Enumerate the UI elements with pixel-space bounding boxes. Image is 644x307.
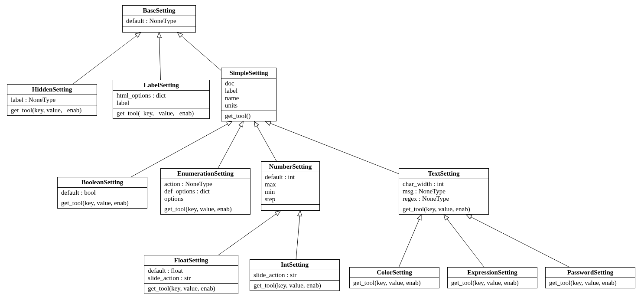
- class-methods: get_tool(key, value, enab): [546, 278, 635, 288]
- class-name: PasswordSetting: [546, 268, 635, 278]
- class-attribute: label : NoneType: [11, 96, 93, 104]
- class-methods: get_tool(_key, _value, _enab): [113, 108, 209, 118]
- class-ExpressionSetting: ExpressionSettingget_tool(key, value, en…: [447, 267, 537, 288]
- class-attribute: label: [117, 99, 206, 107]
- class-LabelSetting: LabelSettinghtml_options : dictlabelget_…: [113, 80, 210, 119]
- class-name: EnumerationSetting: [161, 169, 250, 179]
- class-method: get_tool(key, value, enab): [61, 199, 143, 207]
- class-method: get_tool(key, value, enab): [403, 206, 485, 213]
- inheritance-arrow: [466, 215, 569, 267]
- class-method: get_tool(key, value, enab): [164, 206, 247, 213]
- class-method: get_tool(key, value, _enab): [11, 107, 93, 114]
- class-attribute: default : int: [265, 173, 316, 181]
- class-attributes: default : bool: [58, 187, 147, 198]
- class-attribute: action : NoneType: [164, 180, 247, 188]
- class-BaseSetting: BaseSettingdefault : NoneType: [122, 5, 196, 33]
- class-methods: [123, 26, 195, 32]
- class-BooleanSetting: BooleanSettingdefault : boolget_tool(key…: [57, 177, 147, 209]
- class-attributes: label : NoneType: [7, 95, 97, 105]
- class-attributes: default : floatslide_action : str: [144, 265, 238, 283]
- class-attribute: def_options : dict: [164, 188, 247, 195]
- inheritance-arrow: [444, 215, 484, 267]
- class-attribute: options: [164, 195, 247, 202]
- class-ColorSetting: ColorSettingget_tool(key, value, enab): [349, 267, 439, 288]
- class-attribute: regex : NoneType: [403, 195, 485, 202]
- class-attribute: slide_action : str: [254, 271, 336, 279]
- class-methods: get_tool(key, value, enab): [144, 283, 238, 294]
- class-attributes: slide_action : str: [250, 270, 339, 280]
- class-name: LabelSetting: [113, 80, 209, 90]
- class-methods: get_tool(key, value, enab): [58, 198, 147, 208]
- class-attribute: units: [225, 102, 273, 109]
- inheritance-arrow: [73, 33, 141, 84]
- class-name: SimpleSetting: [221, 68, 276, 78]
- class-attributes: char_width : intmsg : NoneTyperegex : No…: [399, 179, 488, 204]
- class-methods: get_tool(key, value, enab): [399, 204, 488, 214]
- class-methods: get_tool(key, value, enab): [350, 278, 439, 288]
- class-attribute: name: [225, 95, 273, 102]
- class-name: BaseSetting: [123, 6, 195, 16]
- class-attribute: slide_action : str: [148, 274, 234, 282]
- class-attribute: default : bool: [61, 189, 143, 196]
- inheritance-arrow: [159, 33, 161, 80]
- class-attribute: default : float: [148, 267, 234, 274]
- class-attributes: html_options : dictlabel: [113, 90, 209, 108]
- class-PasswordSetting: PasswordSettingget_tool(key, value, enab…: [545, 267, 635, 288]
- class-attribute: default : NoneType: [126, 17, 192, 25]
- class-attribute: label: [225, 87, 273, 95]
- inheritance-arrow: [218, 211, 280, 255]
- class-name: HiddenSetting: [7, 85, 97, 95]
- inheritance-arrow: [254, 121, 276, 161]
- class-name: ExpressionSetting: [448, 268, 537, 278]
- class-NumberSetting: NumberSettingdefault : intmaxminstep: [261, 161, 320, 211]
- class-SimpleSetting: SimpleSettingdoclabelnameunitsget_tool(): [221, 68, 276, 121]
- class-method: get_tool(_key, _value, _enab): [117, 110, 206, 117]
- class-name: ColorSetting: [350, 268, 439, 278]
- class-attribute: min: [265, 188, 316, 196]
- class-FloatSetting: FloatSettingdefault : floatslide_action …: [144, 255, 238, 294]
- class-name: NumberSetting: [261, 162, 319, 172]
- class-name: FloatSetting: [144, 255, 238, 265]
- class-attribute: doc: [225, 80, 273, 87]
- class-method: get_tool(): [225, 112, 273, 120]
- class-EnumerationSetting: EnumerationSettingaction : NoneTypedef_o…: [160, 168, 250, 215]
- class-attribute: max: [265, 181, 316, 188]
- class-methods: get_tool(key, value, enab): [250, 280, 339, 291]
- inheritance-arrow: [218, 121, 243, 168]
- class-IntSetting: IntSettingslide_action : strget_tool(key…: [250, 259, 340, 291]
- inheritance-arrow: [178, 33, 221, 70]
- class-attributes: doclabelnameunits: [221, 78, 276, 111]
- class-method: get_tool(key, value, enab): [451, 279, 533, 287]
- class-attribute: char_width : int: [403, 180, 485, 188]
- class-method: get_tool(key, value, enab): [254, 282, 336, 289]
- class-name: TextSetting: [399, 169, 488, 179]
- class-methods: get_tool(key, value, enab): [448, 278, 537, 288]
- class-method: get_tool(key, value, enab): [353, 279, 436, 287]
- class-methods: get_tool(): [221, 111, 276, 121]
- class-name: IntSetting: [250, 260, 339, 270]
- inheritance-arrow: [399, 215, 421, 267]
- class-attributes: default : NoneType: [123, 16, 195, 26]
- class-name: BooleanSetting: [58, 177, 147, 187]
- class-attributes: action : NoneTypedef_options : dictoptio…: [161, 179, 250, 204]
- class-methods: get_tool(key, value, _enab): [7, 105, 97, 115]
- class-attributes: default : intmaxminstep: [261, 172, 319, 204]
- class-TextSetting: TextSettingchar_width : intmsg : NoneTyp…: [399, 168, 489, 215]
- class-attribute: html_options : dict: [117, 92, 206, 99]
- class-methods: [261, 204, 319, 210]
- class-methods: get_tool(key, value, enab): [161, 204, 250, 214]
- class-method: get_tool(key, value, enab): [549, 279, 631, 287]
- class-HiddenSetting: HiddenSettinglabel : NoneTypeget_tool(ke…: [7, 84, 97, 116]
- inheritance-arrow: [296, 211, 300, 259]
- class-attribute: msg : NoneType: [403, 188, 485, 195]
- class-attribute: step: [265, 196, 316, 203]
- class-method: get_tool(key, value, enab): [148, 285, 234, 292]
